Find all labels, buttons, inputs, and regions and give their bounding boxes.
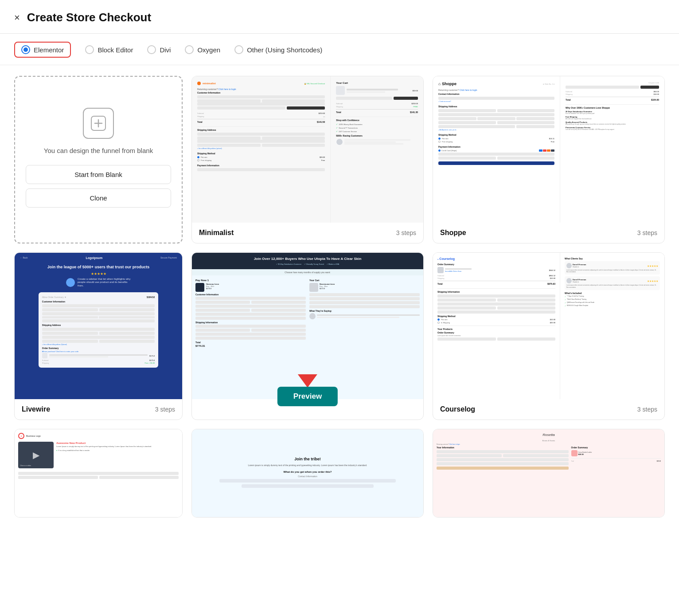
radio-block-editor (85, 45, 94, 54)
template-minimalist[interactable]: minimalist 🔒 SSL Secured Checkout Return… (191, 76, 424, 243)
row-1: You can design the funnel from blank Sta… (14, 76, 665, 243)
business-logo-preview: B Business Logo ▶ Choos ▸ video Awesome … (15, 429, 182, 517)
tab-shortcodes-label: Other (Using Shortcodes) (247, 46, 322, 54)
template-rosetta[interactable]: Rosetta Bones & Scents Returning custome… (433, 429, 665, 518)
tab-block-editor[interactable]: Block Editor (85, 45, 133, 54)
row-2: ← Back Logoipsum Secure Payment Join the… (14, 252, 665, 420)
tab-block-editor-label: Block Editor (98, 46, 133, 54)
template-tribe[interactable]: Join the tribe! Lorem ipsum is simply du… (191, 429, 424, 518)
modal-title: Create Store Checkout (27, 11, 151, 24)
livewire-footer: Livewire 3 steps (15, 399, 182, 420)
livewire-steps: 3 steps (155, 406, 175, 413)
radio-oxygen (185, 45, 194, 54)
video-placeholder: ▶ Choos ▸ video (18, 442, 54, 468)
tab-elementor[interactable]: Elementor (14, 42, 71, 58)
courselog-preview: ● Courselog Order Summary Incredible Ent… (433, 253, 664, 399)
template-utopia[interactable]: Join Over 12,000+ Buyers Who Use Utopia … (191, 252, 424, 420)
blank-card: You can design the funnel from blank Sta… (14, 76, 183, 243)
clone-button[interactable]: Clone (26, 188, 171, 208)
blank-description: You can design the funnel from blank (44, 147, 153, 154)
shoppe-preview: ⌂ Shoppe ● Click No. 1 ▾ Returning custo… (433, 76, 664, 223)
preview-button[interactable]: Preview (277, 387, 338, 406)
start-from-blank-button[interactable]: Start from Blank (26, 165, 171, 184)
courselog-steps: 3 steps (637, 406, 657, 413)
template-courselog[interactable]: ● Courselog Order Summary Incredible Ent… (433, 252, 665, 420)
minimalist-name: Minimalist (199, 229, 234, 237)
content-area: You can design the funnel from blank Sta… (0, 65, 679, 528)
close-button[interactable]: × (14, 13, 20, 23)
modal-header: × Create Store Checkout (0, 0, 679, 34)
tab-divi[interactable]: Divi (147, 45, 171, 54)
modal: × Create Store Checkout Elementor Block … (0, 0, 679, 616)
shoppe-footer: Shoppe 3 steps (433, 223, 664, 243)
preview-overlay: Preview (277, 374, 338, 406)
minimalist-preview: minimalist 🔒 SSL Secured Checkout Return… (192, 76, 423, 223)
tab-oxygen[interactable]: Oxygen (185, 45, 220, 54)
rosetta-preview: Rosetta Bones & Scents Returning custome… (433, 429, 664, 517)
row-3: B Business Logo ▶ Choos ▸ video Awesome … (14, 429, 665, 518)
tab-oxygen-label: Oxygen (197, 46, 220, 54)
tab-shortcodes[interactable]: Other (Using Shortcodes) (234, 45, 322, 54)
tribe-email-field (219, 479, 396, 483)
tribe-preview: Join the tribe! Lorem ipsum is simply du… (192, 429, 423, 517)
tab-bar: Elementor Block Editor Divi Oxygen Other… (0, 34, 679, 65)
courselog-name: Courselog (440, 405, 475, 413)
tab-divi-label: Divi (160, 46, 171, 54)
add-icon (83, 108, 114, 139)
template-shoppe[interactable]: ⌂ Shoppe ● Click No. 1 ▾ Returning custo… (433, 76, 665, 243)
tab-elementor-label: Elementor (34, 46, 64, 54)
radio-divi (147, 45, 156, 54)
shoppe-name: Shoppe (440, 229, 466, 237)
livewire-preview: ← Back Logoipsum Secure Payment Join the… (15, 253, 182, 399)
radio-elementor (21, 45, 30, 54)
biz-logo-icon: B (18, 433, 24, 439)
courselog-footer: Courselog 3 steps (433, 399, 664, 420)
template-livewire[interactable]: ← Back Logoipsum Secure Payment Join the… (14, 252, 183, 420)
minimalist-steps: 3 steps (396, 229, 416, 236)
livewire-name: Livewire (22, 405, 50, 413)
template-business-logo[interactable]: B Business Logo ▶ Choos ▸ video Awesome … (14, 429, 183, 518)
preview-arrow-icon (298, 374, 317, 388)
minimalist-footer: Minimalist 3 steps (192, 223, 423, 243)
shoppe-steps: 3 steps (637, 229, 657, 236)
radio-shortcodes (234, 45, 243, 54)
